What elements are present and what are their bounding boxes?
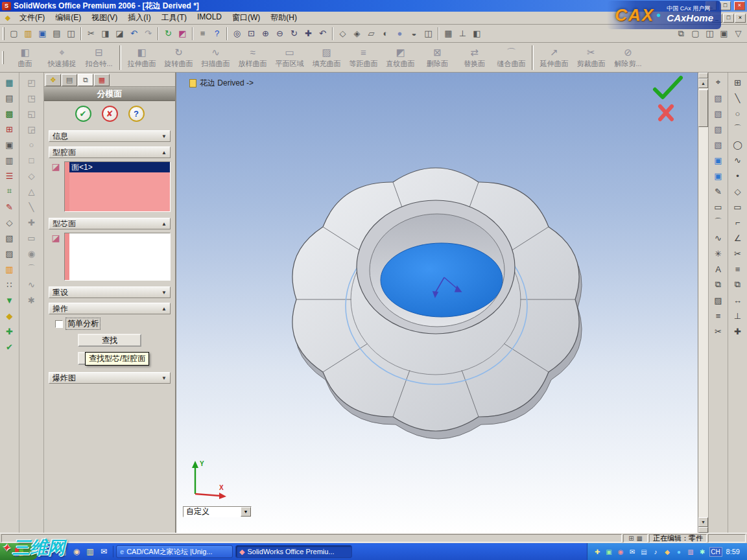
delete-face-button[interactable]: ⊠删除面 [419, 45, 456, 70]
help-icon[interactable]: ? [210, 27, 224, 40]
surfaces-menu-button[interactable]: ◧曲面 [6, 45, 43, 70]
tray-icon[interactable]: ✱ [698, 547, 707, 557]
asterisk-tool-icon[interactable]: ✱ [25, 293, 39, 307]
section-reset-header[interactable]: 重设 ▼ [49, 286, 171, 298]
blocks-icon[interactable]: ▧ [3, 231, 17, 245]
mold-tools-icon[interactable]: ▥ [3, 153, 17, 167]
table-icon[interactable]: ∷ [3, 277, 17, 292]
view-cube-nw-icon[interactable]: ◰ [25, 75, 39, 89]
selected-face[interactable] [381, 243, 503, 317]
extend-surface-button[interactable]: ↗延伸曲面 [536, 45, 573, 70]
standard-views-icon[interactable]: ◧ [470, 27, 484, 40]
cancel-button[interactable]: ✘ [102, 106, 118, 122]
wireframe-icon[interactable]: ◇ [336, 27, 350, 40]
extruded-surface-button[interactable]: ◧拉伸曲面 [123, 45, 160, 70]
polygon-icon[interactable]: ◇ [731, 184, 745, 198]
arc-icon[interactable]: ⌒ [711, 215, 726, 229]
tray-icon[interactable]: ▤ [639, 547, 649, 557]
shaded-with-edges-icon[interactable]: ◐ [379, 27, 392, 40]
view-cube-icon[interactable]: ▧ [711, 91, 726, 105]
reference-geometry-icon[interactable]: ☰ [3, 169, 17, 183]
revolved-surface-button[interactable]: ↻旋转曲面 [160, 45, 197, 70]
section-explode-header[interactable]: 爆炸图 ▼ [49, 372, 171, 384]
tray-icon[interactable]: ● [674, 547, 684, 557]
filled-surface-button[interactable]: ▨填充曲面 [308, 45, 345, 70]
mdi-close-button[interactable]: × [735, 14, 746, 23]
tab-featuremanager[interactable]: ❖ [45, 74, 61, 86]
find-button[interactable]: 查找 [78, 334, 141, 347]
weldments-icon[interactable]: ▣ [3, 137, 17, 152]
undo-icon[interactable]: ↶ [127, 27, 141, 40]
selection-filter-icon[interactable]: ≡ [196, 27, 209, 40]
star-icon[interactable]: ✳ [711, 246, 726, 261]
list-item-selected[interactable]: 面<1> [69, 162, 170, 172]
sheet-metal-icon[interactable]: ⊞ [3, 122, 17, 136]
menu-edit[interactable]: 编辑(E) [50, 11, 86, 25]
new-document-icon[interactable]: ▢ [7, 27, 21, 40]
arc-icon[interactable]: ⌒ [731, 122, 745, 136]
mirror-icon[interactable]: ⧉ [731, 277, 745, 292]
taskbar-task-solidworks[interactable]: ◆ SolidWorks Office Premiu... [235, 545, 352, 558]
rectangle-icon[interactable]: ▭ [731, 200, 745, 214]
mdi-restore-button[interactable]: □ [723, 14, 734, 23]
check-feature-icon[interactable]: ✔ [3, 340, 17, 354]
hatch-icon[interactable]: ▨ [711, 293, 726, 307]
square-tool-icon[interactable]: □ [25, 153, 39, 167]
scrollbar-track[interactable] [698, 88, 708, 517]
rebuild-icon[interactable]: ↻ [161, 27, 175, 40]
maximize-button[interactable]: □ [720, 1, 731, 10]
triangle-tool-icon[interactable]: △ [25, 184, 39, 198]
dimensions-icon[interactable]: ◇ [3, 215, 17, 229]
language-indicator[interactable]: CH [709, 547, 722, 557]
menu-imold[interactable]: IMOLD [192, 11, 227, 25]
spline-icon[interactable]: ∿ [711, 231, 726, 245]
print-preview-icon[interactable]: ◫ [64, 27, 78, 40]
menu-file[interactable]: 文件(F) [14, 11, 50, 25]
grid-icon[interactable]: ⊞ [731, 75, 745, 89]
view-orientation-combo[interactable]: 自定义 ▼ [183, 506, 252, 517]
help-button[interactable]: ? [128, 106, 145, 122]
circle-tool-icon[interactable]: ○ [25, 137, 39, 152]
zoom-out-icon[interactable]: ⊖ [273, 27, 287, 40]
model-canvas[interactable]: 花边 Derived -> Y X 自定义 [176, 73, 698, 533]
scrollbar-thumb[interactable] [698, 89, 708, 127]
diamond-tool-icon[interactable]: ◇ [25, 169, 39, 183]
standard-icon[interactable]: ▨ [3, 246, 17, 261]
spline-icon[interactable]: ∿ [731, 153, 745, 167]
taskbar-task-browser[interactable]: e CAD/CAM之家论坛 |Unig... [116, 545, 233, 558]
section-core-header[interactable]: 型芯面 ▲ [49, 218, 171, 229]
mail-icon[interactable]: ✉ [98, 546, 110, 557]
arc-tool-icon[interactable]: ⌒ [25, 262, 39, 276]
text-icon[interactable]: A [711, 262, 726, 276]
offset-icon[interactable]: ≡ [731, 262, 745, 276]
toolbar-grip[interactable] [3, 27, 5, 40]
chamfer-icon[interactable]: ∠ [731, 231, 745, 245]
rect-tool-icon[interactable]: ▭ [25, 231, 39, 245]
section-info-header[interactable]: 信息 ▼ [49, 130, 171, 142]
view-cube-sw-icon[interactable]: ◱ [25, 106, 39, 121]
view-cube-icon[interactable]: ▧ [711, 106, 726, 121]
quick-snaps-button[interactable]: ⌖快速捕捉 [43, 45, 80, 70]
point-icon[interactable]: • [731, 169, 745, 183]
close-button[interactable]: × [734, 1, 745, 10]
tray-icon[interactable]: ✉ [628, 547, 637, 557]
trim-icon[interactable]: ✂ [711, 324, 726, 338]
view-cube-se-icon[interactable]: ◲ [25, 122, 39, 136]
surfaces-icon[interactable]: ▩ [3, 106, 17, 121]
tray-icon[interactable]: ▣ [604, 547, 614, 557]
view-splitter-handle[interactable] [698, 527, 708, 533]
model-3d[interactable] [176, 73, 698, 533]
untrim-surface-button[interactable]: ⊘解除剪... [610, 45, 646, 70]
menu-help[interactable]: 帮助(H) [265, 11, 302, 25]
layout-icon[interactable]: ▥ [3, 262, 17, 276]
scroll-down-button[interactable]: ▼ [698, 517, 708, 527]
ellipse-icon[interactable]: ◯ [731, 137, 745, 152]
shadows-icon[interactable]: ◒ [407, 27, 421, 40]
rotate-view-icon[interactable]: ↻ [287, 27, 301, 40]
normal-to-icon[interactable]: ⊥ [456, 27, 469, 40]
toolbar-options-icon[interactable]: ▽ [731, 27, 745, 40]
tab-dimxpertmanager[interactable]: ▦ [94, 74, 110, 86]
design-library-icon[interactable]: ◆ [3, 309, 17, 323]
media-player-icon[interactable]: ◉ [71, 546, 82, 557]
tray-icon[interactable]: ▥ [686, 547, 696, 557]
